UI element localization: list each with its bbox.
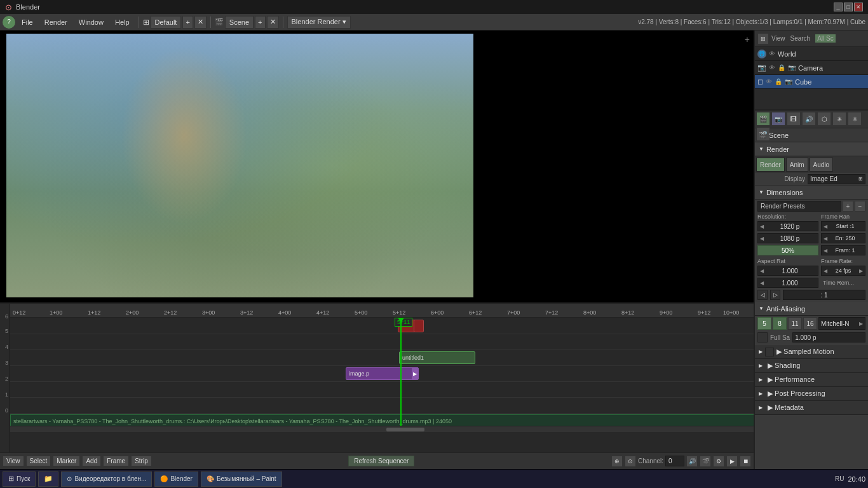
- expand-icon[interactable]: +: [745, 34, 750, 44]
- prop-icon-render[interactable]: 📷: [771, 112, 785, 126]
- taskbar-icon-file[interactable]: 📁: [38, 471, 58, 487]
- full-sample-checkbox[interactable]: [757, 332, 768, 342]
- sm-toggle[interactable]: ▶: [759, 349, 763, 355]
- framerate-input[interactable]: ◀ 24 fps ▶: [821, 266, 865, 276]
- panel-view-label[interactable]: View: [771, 35, 785, 42]
- cube-render-icon[interactable]: 📷: [785, 78, 792, 85]
- tab-render[interactable]: Render: [756, 158, 785, 172]
- strip-audio[interactable]: stellarartwars - Yamaha_PSS780 - The_Joh…: [10, 414, 754, 426]
- framerate-arrow-right[interactable]: ▶: [859, 268, 863, 274]
- outliner-item-cube[interactable]: ◻ 👁 🔒 📷 Cube: [755, 75, 868, 89]
- dimensions-section-header[interactable]: ▼ Dimensions: [755, 186, 868, 200]
- strip-effect-2[interactable]: [414, 320, 424, 332]
- frame-end-input[interactable]: ◀ En: 250: [821, 233, 865, 243]
- frame-start-input[interactable]: ◀ Start :1: [821, 221, 865, 231]
- shading-header[interactable]: ▶ ▶ Shading: [755, 359, 868, 373]
- cube-restrict-icon[interactable]: 🔒: [775, 78, 782, 85]
- post-processing-header[interactable]: ▶ ▶ Post Processing: [755, 387, 868, 401]
- seq-frame-btn[interactable]: Frame: [103, 456, 129, 466]
- seq-icon-3[interactable]: 🔊: [686, 456, 698, 467]
- start-button[interactable]: ⊞ Пуск: [3, 471, 36, 487]
- metadata-header[interactable]: ▶ ▶ Metadata: [755, 401, 868, 415]
- aspect-x-input[interactable]: ◀ 1.000: [757, 266, 818, 276]
- world-visibility-icon[interactable]: 👁: [769, 50, 775, 57]
- menu-file[interactable]: File: [17, 17, 38, 27]
- workspace-name[interactable]: Default: [151, 16, 182, 29]
- seq-icon-6[interactable]: ▶: [726, 456, 738, 467]
- camera-visibility-icon[interactable]: 👁: [769, 64, 775, 71]
- outliner-item-world[interactable]: 🌐 👁 World: [755, 47, 868, 61]
- scene-name[interactable]: Scene: [225, 16, 254, 29]
- seq-icon-5[interactable]: ⚙: [713, 456, 724, 467]
- camera-restrict-icon[interactable]: 🔒: [778, 64, 785, 71]
- seq-select-btn[interactable]: Select: [26, 456, 51, 466]
- refresh-sequencer-button[interactable]: Refresh Sequencer: [348, 456, 414, 466]
- render-presets-btn[interactable]: Render Presets: [757, 201, 841, 212]
- channel-value-input[interactable]: 0: [665, 456, 684, 466]
- seq-icon-2[interactable]: ⊙: [625, 456, 636, 467]
- presets-add-icon[interactable]: +: [843, 201, 853, 212]
- seq-tracks[interactable]: image.p ▶ untitled1 stellarartwars - Yam…: [10, 318, 754, 426]
- seq-playhead[interactable]: [400, 318, 402, 426]
- rp-icon-grid[interactable]: ⊞: [757, 33, 769, 44]
- res-pct-input[interactable]: 50%: [757, 245, 818, 255]
- render-section-header[interactable]: ▼ Render: [755, 142, 868, 156]
- close-button[interactable]: ✕: [854, 3, 863, 11]
- prop-icon-physics[interactable]: ⚛: [848, 112, 862, 126]
- outliner-item-camera[interactable]: 📷 👁 🔒 📷 Camera: [755, 61, 868, 75]
- prop-icon-particles[interactable]: ✳: [832, 112, 846, 126]
- frame-current-input[interactable]: ◀ Fram: 1: [821, 245, 865, 255]
- add-workspace-button[interactable]: +: [182, 16, 193, 29]
- aa-filter-input[interactable]: Mitchell-N ▶: [818, 317, 865, 330]
- presets-remove-icon[interactable]: −: [855, 201, 865, 212]
- display-expand-icon[interactable]: ⊞: [858, 176, 863, 182]
- res-y-input[interactable]: ◀ 1080 p: [757, 233, 818, 243]
- seq-icon-4[interactable]: 🎬: [700, 456, 711, 467]
- seq-view-btn[interactable]: View: [3, 456, 24, 466]
- performance-header[interactable]: ▶ ▶ Performance: [755, 373, 868, 387]
- aa-val-11[interactable]: 11: [788, 317, 802, 330]
- time-rem-btn-2[interactable]: ▷: [770, 290, 780, 300]
- taskbar-item-paint[interactable]: 🎨 Безымянный – Paint: [201, 471, 282, 487]
- cube-visibility-icon[interactable]: 👁: [766, 78, 772, 85]
- aa-section-header[interactable]: ▼ Anti-Aliasing: [755, 302, 868, 316]
- seq-icon-1[interactable]: ⊕: [611, 456, 623, 467]
- prop-icon-audio[interactable]: 🔊: [802, 112, 816, 126]
- prop-icon-anim[interactable]: 🎞: [787, 112, 801, 126]
- tab-anim[interactable]: Anim: [786, 158, 808, 172]
- maximize-button[interactable]: □: [844, 3, 853, 11]
- sampled-motion-header[interactable]: ▶ ▶ Sampled Motion: [755, 345, 868, 359]
- strip-handle-right[interactable]: ▶: [412, 368, 418, 379]
- seq-add-btn[interactable]: Add: [82, 456, 101, 466]
- strip-untitled[interactable]: untitled1: [399, 351, 475, 364]
- scrollbar-thumb[interactable]: [386, 428, 424, 431]
- menu-help[interactable]: Help: [110, 17, 135, 27]
- timeline-area[interactable]: 0+12 1+00 1+12 2+00 2+12 3+00 3+12 4+00 …: [10, 304, 754, 452]
- time-rem-value[interactable]: : 1: [783, 290, 865, 300]
- close-scene-button[interactable]: ✕: [267, 16, 279, 29]
- seq-icon-7[interactable]: ⏹: [740, 456, 751, 467]
- seq-scrollbar[interactable]: [10, 426, 754, 432]
- full-sample-value[interactable]: 1.000 p: [792, 332, 865, 342]
- camera-render-icon[interactable]: 📷: [788, 64, 796, 71]
- res-x-input[interactable]: ◀ 1920 p: [757, 221, 818, 231]
- aspect-y-input[interactable]: ◀ 1.000: [757, 278, 818, 288]
- prop-icon-scene[interactable]: 🎬: [756, 112, 770, 126]
- strip-image[interactable]: image.p ▶: [346, 367, 419, 380]
- seq-strip-btn[interactable]: Strip: [131, 456, 152, 466]
- display-value[interactable]: Image Ed ⊞: [808, 174, 865, 184]
- tab-audio[interactable]: Audio: [810, 158, 834, 172]
- aa-val-5[interactable]: 5: [757, 317, 771, 330]
- render-engine-select[interactable]: Blender Render ▾: [287, 16, 351, 29]
- prop-icon-geo[interactable]: ⬡: [817, 112, 831, 126]
- sm-checkbox[interactable]: [765, 348, 774, 356]
- panel-all-label[interactable]: All Sc: [815, 34, 836, 43]
- panel-search-label[interactable]: Search: [790, 35, 811, 42]
- time-rem-btn-1[interactable]: ◁: [757, 290, 768, 300]
- close-workspace-button[interactable]: ✕: [194, 16, 207, 29]
- menu-render[interactable]: Render: [39, 17, 72, 27]
- add-scene-button[interactable]: +: [255, 16, 265, 29]
- menu-window[interactable]: Window: [74, 17, 109, 27]
- aa-val-16[interactable]: 16: [803, 317, 817, 330]
- taskbar-item-video[interactable]: ⊙ Видеоредактор в блен...: [61, 471, 152, 487]
